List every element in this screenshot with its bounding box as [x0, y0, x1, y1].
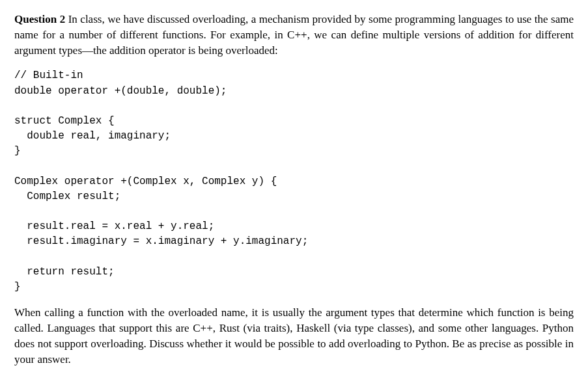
- question-label: Question 2: [14, 13, 65, 25]
- question-closing-paragraph: When calling a function with the overloa…: [14, 305, 574, 367]
- code-block: // Built-in double operator +(double, do…: [14, 68, 574, 295]
- question-intro-paragraph: Question 2 In class, we have discussed o…: [14, 12, 574, 58]
- question-intro-text: In class, we have discussed overloading,…: [14, 13, 574, 57]
